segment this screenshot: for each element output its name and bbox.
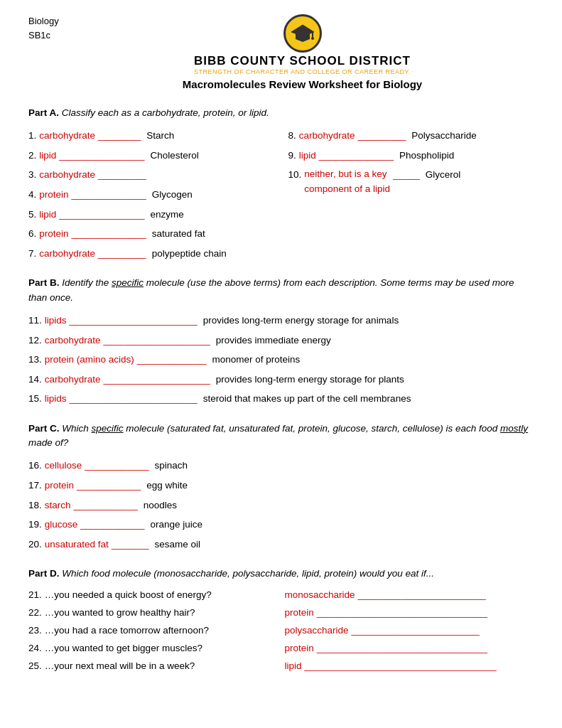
part-c-item-19: 19. glucose____________ orange juice	[28, 515, 534, 535]
qa-item-10: 10. neither, but is a keycomponent of a …	[288, 165, 534, 198]
part-d-item-25-a: lipid___________________________________…	[285, 658, 534, 673]
biology-text: Biology	[28, 14, 71, 28]
part-a-instruction: Classify each as a carbohydrate, protein…	[59, 107, 269, 118]
part-d-section: Part D. Which food molecule (monosacchar…	[28, 567, 534, 673]
part-d-grid: 21. …you needed a quick boost of energy?…	[28, 587, 534, 673]
district-logo	[283, 14, 322, 53]
part-d-label: Part D.	[28, 568, 60, 579]
qa-item-3: 3. carbohydrate_________	[28, 165, 274, 185]
part-a-label: Part A.	[28, 107, 59, 118]
qa-item-2: 2. lipid________________ Cholesterol	[28, 146, 274, 166]
part-c-item-16: 16. cellulose____________ spinach	[28, 456, 534, 476]
district-name: BIBB COUNTY SCHOOL DISTRICT	[194, 54, 411, 68]
part-d-header: Part D. Which food molecule (monosacchar…	[28, 567, 534, 581]
part-b-item-12: 12. carbohydrate____________________ pro…	[28, 331, 534, 350]
part-c-item-17: 17. protein____________ egg white	[28, 476, 534, 496]
qa-item-5: 5. lipid________________ enzyme	[28, 205, 274, 225]
part-d-item-21-q: 21. …you needed a quick boost of energy?	[28, 587, 278, 602]
sb-text: SB1c	[28, 28, 71, 43]
qa-item-8: 8. carbohydrate_________ Polysaccharide	[288, 126, 534, 146]
qa-item-4: 4. protein______________ Glycogen	[28, 185, 274, 205]
part-c-label: Part C.	[28, 423, 60, 434]
part-b-item-13: 13. protein (amino acids)_____________ m…	[28, 350, 534, 370]
part-b-instruction: Identify the specific molecule (use the …	[28, 277, 514, 302]
part-d-item-22-q: 22. …you wanted to grow healthy hair?	[28, 605, 278, 620]
part-c-item-20: 20. unsaturated fat_______ sesame oil	[28, 535, 534, 555]
graduation-cap-icon	[290, 21, 315, 46]
part-c-header: Part C. Which specific molecule (saturat…	[28, 422, 534, 451]
part-a-header: Part A. Classify each as a carbohydrate,…	[28, 106, 534, 120]
part-b-item-15: 15. lipids________________________ stero…	[28, 389, 534, 409]
part-a-section: Part A. Classify each as a carbohydrate,…	[28, 106, 534, 263]
part-c-item-18: 18. starch____________ noodles	[28, 496, 534, 515]
qa-item-6: 6. protein______________ saturated fat	[28, 224, 274, 244]
header: Biology SB1c BIBB COUNTY SCHOOL DISTRICT…	[28, 14, 534, 100]
bio-label: Biology SB1c	[28, 14, 71, 42]
svg-point-3	[311, 37, 314, 40]
qa-item-9: 9. lipid______________ Phospholipid	[288, 146, 534, 166]
qa-item-7: 7. carbohydrate_________ polypeptide cha…	[28, 244, 274, 264]
part-c-section: Part C. Which specific molecule (saturat…	[28, 422, 534, 554]
part-d-item-24-q: 24. …you wanted to get bigger muscles?	[28, 641, 278, 655]
part-a-right: 8. carbohydrate_________ Polysaccharide …	[288, 126, 534, 263]
part-d-item-23-q: 23. …you had a race tomorrow afternoon?	[28, 623, 278, 638]
part-b-section: Part B. Identify the specific molecule (…	[28, 276, 534, 408]
part-b-item-14: 14. carbohydrate____________________ pro…	[28, 370, 534, 390]
logo-area: BIBB COUNTY SCHOOL DISTRICT STRENGTH OF …	[71, 14, 534, 100]
part-d-item-21-a: monosaccharide________________________	[285, 587, 534, 602]
part-c-instruction: Which specific molecule (saturated fat, …	[28, 423, 528, 448]
part-d-item-25-q: 25. …your next meal will be in a week?	[28, 658, 278, 673]
part-d-instruction: Which food molecule (monosaccharide, pol…	[62, 568, 434, 579]
district-subtitle: STRENGTH OF CHARACTER AND COLLEGE OR CAR…	[194, 68, 411, 75]
part-d-item-24-a: protein________________________________	[285, 641, 534, 655]
part-b-label: Part B.	[28, 277, 60, 288]
part-d-item-23-a: polysaccharide________________________	[285, 623, 534, 638]
part-d-item-22-a: protein________________________________	[285, 605, 534, 620]
part-a-left: 1. carbohydrate________ Starch 2. lipid_…	[28, 126, 274, 263]
svg-marker-0	[291, 25, 314, 36]
part-b-header: Part B. Identify the specific molecule (…	[28, 276, 534, 305]
part-b-item-11: 11. lipids________________________ provi…	[28, 311, 534, 331]
worksheet-title: Macromolecules Review Worksheet for Biol…	[183, 78, 422, 90]
qa-item-1: 1. carbohydrate________ Starch	[28, 126, 274, 146]
